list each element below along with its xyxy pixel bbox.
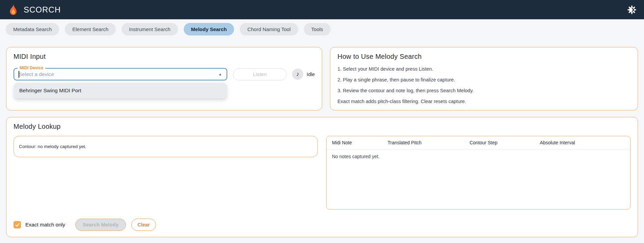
how-to-step-2: 2. Play a single phrase, then pause to f… [337,77,630,82]
notes-table: Midi Note Translated Pitch Contour Step … [326,136,630,210]
midi-input-card: MIDI Input MIDI Device ▲ Behringer Swing… [6,47,322,111]
tab-melody-search[interactable]: Melody Search [184,23,234,35]
flame-logo-icon [7,3,19,16]
music-note-icon: ♪ [292,69,303,80]
melody-lookup-card: Melody Lookup Contour: no melody capture… [6,117,638,237]
midi-input-row: MIDI Device ▲ Behringer Swing MIDI Port … [14,68,315,80]
theme-toggle-icon[interactable] [627,5,637,15]
midi-device-input[interactable] [14,71,218,77]
col-midi-note: Midi Note [332,140,388,145]
dropdown-option-behringer[interactable]: Behringer Swing MIDI Port [14,83,227,98]
how-to-title: How to Use Melody Search [337,53,630,60]
search-melody-button[interactable]: Search Melody [75,219,126,231]
contour-box: Contour: no melody captured yet. [14,136,318,157]
midi-device-dropdown: Behringer Swing MIDI Port [14,83,227,98]
midi-status: ♪ Idle [292,69,315,80]
how-to-card: How to Use Melody Search 1. Select your … [330,47,638,111]
main-content: MIDI Input MIDI Device ▲ Behringer Swing… [0,35,644,237]
listen-button[interactable]: Listen [233,68,287,80]
tab-element-search[interactable]: Element Search [65,23,116,35]
app-header: SCORCH [0,0,644,19]
exact-match-checkbox[interactable] [14,221,21,228]
midi-input-title: MIDI Input [14,53,315,60]
melody-lookup-controls: Exact match only Search Melody Clear [14,219,630,231]
tab-instrument-search[interactable]: Instrument Search [122,23,178,35]
text-cursor [19,71,19,78]
midi-status-text: Idle [307,71,315,77]
how-to-steps: 1. Select your MIDI device and press Lis… [337,67,630,104]
notes-table-header: Midi Note Translated Pitch Contour Step … [327,136,630,149]
tab-tools[interactable]: Tools [304,23,331,35]
midi-device-select[interactable]: MIDI Device ▲ Behringer Swing MIDI Port [14,68,227,80]
notes-empty-message: No notes captured yet. [327,149,630,164]
how-to-step-3: 3. Review the contour and note log, then… [337,88,630,93]
main-tabs: Metadata Search Element Search Instrumen… [0,19,644,35]
col-contour-step: Contour Step [469,140,540,145]
col-translated-pitch: Translated Pitch [388,140,470,145]
melody-lookup-content: Contour: no melody captured yet. Midi No… [14,136,630,210]
tab-metadata-search[interactable]: Metadata Search [6,23,59,35]
tab-chord-naming-tool[interactable]: Chord Naming Tool [240,23,298,35]
check-icon [15,222,20,227]
app-title: SCORCH [24,5,61,15]
how-to-step-1: 1. Select your MIDI device and press Lis… [337,67,630,72]
col-absolute-interval: Absolute Interval [540,140,625,145]
melody-lookup-title: Melody Lookup [14,123,630,130]
midi-device-label: MIDI Device [18,66,45,70]
clear-button[interactable]: Clear [131,219,156,231]
exact-match-label: Exact match only [25,222,65,228]
how-to-note: Exact match adds pitch-class filtering. … [337,99,630,104]
contour-text: Contour: no melody captured yet. [19,144,86,149]
chevron-up-icon[interactable]: ▲ [218,72,227,76]
